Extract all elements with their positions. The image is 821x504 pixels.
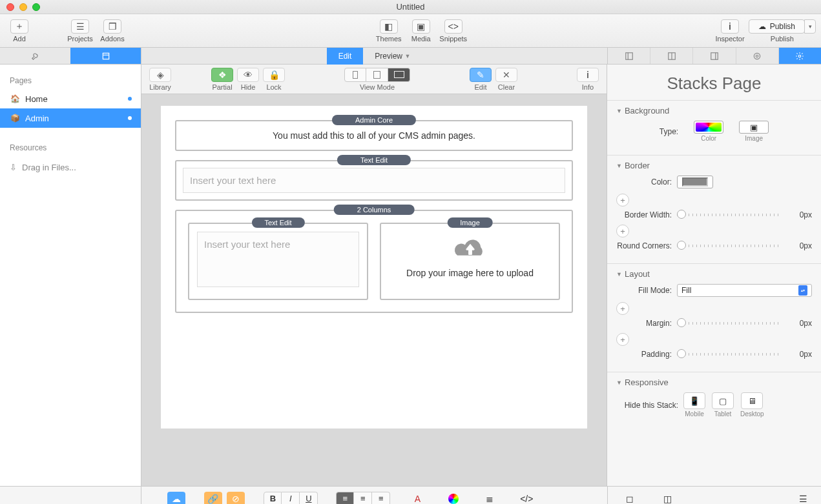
add-button[interactable]: ＋ Add xyxy=(5,19,34,43)
snippets-button[interactable]: <> Snippets xyxy=(439,19,468,43)
inspector-panel: Stacks Page Background Type: Color ▣ Ima… xyxy=(607,65,821,486)
publish-button[interactable]: ☁ Publish xyxy=(749,19,805,34)
add-property-button[interactable]: + xyxy=(616,302,629,315)
add-property-button[interactable]: + xyxy=(616,225,629,237)
title-bar: Untitled xyxy=(0,0,821,14)
inspector-tab-1[interactable] xyxy=(608,48,650,64)
section-heading[interactable]: Border xyxy=(616,161,812,170)
sidebar-tab-pages[interactable] xyxy=(70,48,141,64)
chevron-down-icon: ▼ xyxy=(404,53,410,59)
code-icon: </> xyxy=(517,492,535,505)
stack-label: 2 Columns xyxy=(334,205,415,215)
popover-icon: ◻ xyxy=(621,492,639,505)
popover-button[interactable]: ◻Popover xyxy=(617,492,643,505)
prefs-button[interactable]: ☰Prefs xyxy=(794,492,812,505)
projects-button[interactable]: ☰ Projects xyxy=(66,19,94,43)
media-button[interactable]: ▣ Media xyxy=(407,19,435,43)
svg-rect-2 xyxy=(625,52,632,59)
color-button[interactable]: Color xyxy=(444,492,462,505)
drag-files-target[interactable]: ⇩ Drag in Files... xyxy=(0,156,141,179)
themes-button[interactable]: ◧ Themes xyxy=(375,19,403,43)
info-button[interactable]: i Info xyxy=(577,68,599,91)
fill-mode-select[interactable]: Fill ▴▾ xyxy=(677,284,812,297)
section-heading[interactable]: Responsive xyxy=(616,378,812,387)
eye-icon: 👁 xyxy=(237,68,259,82)
clear-button[interactable]: ✕ Clear xyxy=(495,68,517,91)
mode-preview[interactable]: Preview ▼ xyxy=(363,48,422,65)
stack-image[interactable]: Image Drop your image here to upload xyxy=(380,223,560,300)
addons-icon: ❒ xyxy=(103,19,121,34)
underline-button[interactable]: U xyxy=(300,492,318,505)
font-button[interactable]: AFont xyxy=(408,492,426,505)
library-button[interactable]: ◈ Library xyxy=(149,68,171,91)
align-right-button[interactable]: ≡ xyxy=(372,492,390,505)
inspector-button[interactable]: i Inspector xyxy=(715,19,744,43)
section-heading[interactable]: Background xyxy=(616,106,812,116)
partial-button[interactable]: ❖ Partial xyxy=(211,68,233,91)
publish-dropdown[interactable]: ▾ xyxy=(804,19,816,34)
inspector-tab-5[interactable] xyxy=(779,48,821,64)
margin-slider[interactable] xyxy=(677,322,780,325)
unlink-button[interactable]: ⊘Unlink xyxy=(226,492,246,505)
sidebar-item-admin[interactable]: 📦 Admin xyxy=(0,108,141,128)
stacks-icon: 📦 xyxy=(10,113,20,123)
viewmode-tablet[interactable] xyxy=(366,68,388,82)
stack-admin-core[interactable]: Admin Core You must add this to all of y… xyxy=(175,120,573,151)
info-icon: i xyxy=(721,19,739,34)
addons-button[interactable]: ❒ Addons xyxy=(98,19,127,43)
round-corners-value: 0px xyxy=(786,241,812,250)
padding-slider[interactable] xyxy=(677,353,780,356)
font-icon: A xyxy=(408,492,426,505)
bg-color-button[interactable] xyxy=(694,121,723,134)
mode-edit[interactable]: Edit xyxy=(327,48,364,65)
sidebar-item-home[interactable]: 🏠 Home xyxy=(0,89,141,108)
inspector-tab-3[interactable] xyxy=(693,48,736,64)
hide-button[interactable]: 👁 Hide xyxy=(237,68,259,91)
list-button[interactable]: ≣List xyxy=(481,492,499,505)
pages-heading: Pages xyxy=(0,70,141,89)
link-icon: 🔗 xyxy=(204,492,222,505)
inspector-tab-2[interactable] xyxy=(650,48,693,64)
text-edit-field[interactable]: Insert your text here xyxy=(197,232,359,287)
align-center-button[interactable]: ≡ xyxy=(354,492,372,505)
round-corners-slider[interactable] xyxy=(677,245,780,247)
stack-text-edit-nested[interactable]: Text Edit Insert your text here xyxy=(188,223,368,300)
bg-image-button[interactable]: ▣ xyxy=(739,121,769,134)
bold-button[interactable]: B xyxy=(264,492,282,505)
viewmode-desktop[interactable] xyxy=(388,68,410,82)
main-toolbar: ＋ Add ☰ Projects ❒ Addons ◧ Themes ▣ Med… xyxy=(0,14,821,48)
partial-icon: ❖ xyxy=(211,68,233,82)
type-label: Type: xyxy=(660,127,678,136)
html-button[interactable]: </>HTML xyxy=(517,492,536,505)
unlink-icon: ⊘ xyxy=(227,492,245,505)
sliders-icon: ☰ xyxy=(794,492,812,505)
hide-desktop-toggle[interactable]: 🖥 xyxy=(741,392,763,409)
info-icon: i xyxy=(577,68,599,82)
unsaved-dot xyxy=(128,97,132,101)
italic-button[interactable]: I xyxy=(282,492,300,505)
inspector-tab-4[interactable] xyxy=(736,48,779,64)
window-button[interactable]: ◫Window xyxy=(655,492,680,505)
section-heading[interactable]: Layout xyxy=(616,269,812,279)
add-property-button[interactable]: + xyxy=(616,333,629,346)
tablet-icon: ▢ xyxy=(719,396,727,406)
stack-text-edit[interactable]: Text Edit Insert your text here xyxy=(175,160,573,201)
hide-mobile-toggle[interactable]: 📱 xyxy=(683,392,705,409)
admin-core-text: You must add this to all of your CMS adm… xyxy=(183,128,565,143)
lock-button[interactable]: 🔒 Lock xyxy=(263,68,285,91)
text-edit-field[interactable]: Insert your text here xyxy=(183,168,565,193)
cloud-icon: ☁ xyxy=(167,492,185,505)
add-property-button[interactable]: + xyxy=(616,194,629,207)
stack-2-columns[interactable]: 2 Columns Text Edit Insert your text her… xyxy=(175,210,573,313)
unsaved-dot xyxy=(128,116,132,120)
border-width-slider[interactable] xyxy=(677,214,780,216)
align-left-button[interactable]: ≡ xyxy=(336,492,354,505)
link-button[interactable]: 🔗Link xyxy=(204,492,222,505)
edit-button[interactable]: ✎ Edit xyxy=(470,68,492,91)
sidebar-tab-wrench[interactable] xyxy=(0,48,70,64)
hide-tablet-toggle[interactable]: ▢ xyxy=(712,392,734,409)
cloud-button[interactable]: ☁Cloud xyxy=(167,492,186,505)
canvas[interactable]: Admin Core You must add this to all of y… xyxy=(141,94,607,486)
viewmode-mobile[interactable] xyxy=(344,68,366,82)
border-color-swatch[interactable] xyxy=(677,176,713,188)
